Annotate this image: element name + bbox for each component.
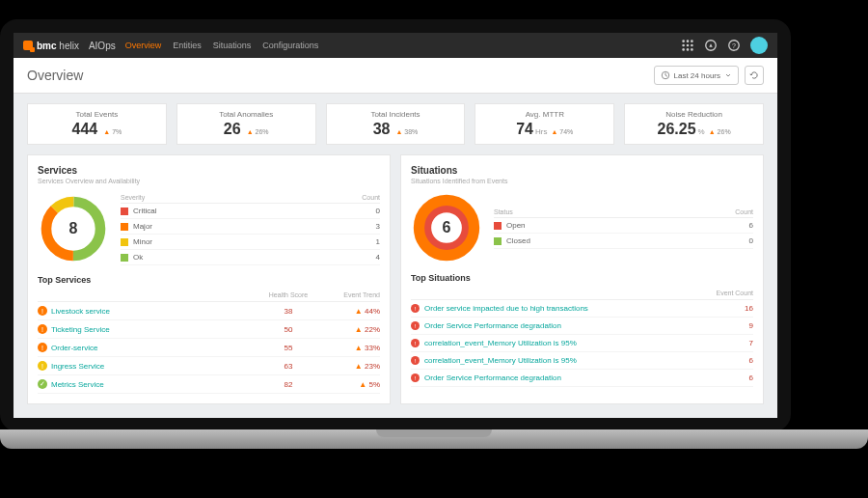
alert-icon: ! bbox=[411, 321, 420, 330]
situations-legend: StatusCount Open6Closed0 bbox=[494, 207, 753, 249]
alert-icon: ! bbox=[411, 339, 420, 347]
status-icon: ! bbox=[38, 343, 47, 352]
legend-row: Open6 bbox=[494, 218, 753, 234]
svg-point-5 bbox=[691, 44, 693, 47]
kpi-label: Total Events bbox=[32, 110, 162, 119]
alert-icon: ! bbox=[411, 374, 420, 382]
kpi-label: Total Incidents bbox=[331, 110, 461, 119]
svg-point-2 bbox=[691, 40, 693, 42]
nav-tabs: OverviewEntitiesSituationsConfigurations bbox=[125, 41, 319, 50]
brand-logo: bmc helix bbox=[23, 41, 79, 51]
nav-tab-situations[interactable]: Situations bbox=[213, 41, 252, 50]
kpi-value: 74 bbox=[516, 121, 533, 138]
kpi-label: Noise Reduction bbox=[629, 110, 759, 119]
page-title: Overview bbox=[27, 68, 83, 83]
user-avatar[interactable] bbox=[750, 37, 768, 54]
svg-point-0 bbox=[682, 40, 685, 42]
situations-subtitle: Situations Identified from Events bbox=[411, 178, 753, 184]
kpi-value: 38 bbox=[373, 121, 391, 138]
refresh-button[interactable] bbox=[745, 66, 764, 85]
legend-row: Closed0 bbox=[494, 234, 753, 249]
brand-text-1: bmc bbox=[37, 41, 57, 51]
legend-row: Critical0 bbox=[121, 204, 380, 219]
laptop-frame-base bbox=[0, 429, 868, 449]
nav-tab-entities[interactable]: Entities bbox=[173, 41, 202, 50]
kpi-card: Total Anomalies 26▲ 26% bbox=[176, 103, 316, 145]
svg-point-4 bbox=[687, 44, 690, 47]
services-subtitle: Services Overview and Availability bbox=[38, 178, 380, 184]
brand-text-2: helix bbox=[59, 41, 79, 51]
situations-donut-value: 6 bbox=[411, 192, 482, 263]
kpi-card: Total Events 444▲ 7% bbox=[27, 103, 167, 145]
kpi-delta: ▲ 26% bbox=[709, 128, 731, 135]
kpi-row: Total Events 444▲ 7%Total Anomalies 26▲ … bbox=[14, 94, 777, 154]
kpi-value: 26.25 bbox=[658, 121, 696, 138]
service-row[interactable]: !Ticketing Service50▲ 22% bbox=[38, 320, 380, 339]
situation-row[interactable]: !Order service impacted due to high tran… bbox=[411, 300, 753, 318]
kpi-card: Avg. MTTR 74Hrs▲ 74% bbox=[475, 103, 614, 145]
status-icon: ! bbox=[38, 306, 47, 316]
situation-row[interactable]: !Order Service Performance degradation9 bbox=[411, 318, 753, 335]
services-legend: SeverityCount Critical0Major3Minor1Ok4 bbox=[121, 192, 380, 265]
page-header: Overview Last 24 hours bbox=[14, 58, 777, 94]
status-icon: ! bbox=[38, 324, 47, 334]
svg-point-1 bbox=[687, 40, 690, 42]
kpi-card: Noise Reduction 26.25%▲ 26% bbox=[624, 103, 764, 145]
refresh-icon bbox=[749, 70, 759, 80]
top-services-title: Top Services bbox=[38, 275, 380, 285]
time-range-picker[interactable]: Last 24 hours bbox=[654, 66, 739, 85]
kpi-delta: ▲ 38% bbox=[395, 128, 418, 135]
apps-icon[interactable] bbox=[681, 39, 694, 52]
situation-row[interactable]: !correlation_event_Memory Utilization is… bbox=[411, 352, 753, 370]
services-title: Services bbox=[38, 165, 380, 176]
service-row[interactable]: !Ingress Service63▲ 23% bbox=[38, 357, 380, 375]
status-icon: ✓ bbox=[38, 379, 47, 389]
chevron-down-icon bbox=[724, 71, 732, 79]
top-navbar: bmc helix AIOps OverviewEntitiesSituatio… bbox=[14, 33, 777, 58]
legend-row: Ok4 bbox=[121, 250, 380, 265]
kpi-card: Total Incidents 38▲ 38% bbox=[326, 103, 466, 145]
status-icon: ! bbox=[38, 361, 47, 371]
situations-panel: Situations Situations Identified from Ev… bbox=[400, 154, 764, 404]
situations-donut: 6 bbox=[411, 192, 482, 263]
kpi-label: Avg. MTTR bbox=[479, 110, 610, 119]
time-range-label: Last 24 hours bbox=[674, 71, 720, 80]
kpi-value: 26 bbox=[224, 121, 241, 138]
situation-row[interactable]: !correlation_event_Memory Utilization is… bbox=[411, 335, 753, 352]
nav-tab-configurations[interactable]: Configurations bbox=[262, 41, 318, 50]
legend-row: Minor1 bbox=[121, 235, 380, 250]
kpi-value: 444 bbox=[72, 121, 98, 138]
situation-row[interactable]: !Order Service Performance degradation6 bbox=[411, 370, 753, 387]
kpi-delta: ▲ 7% bbox=[103, 128, 122, 135]
services-donut: 8 bbox=[38, 193, 109, 264]
svg-point-8 bbox=[691, 48, 693, 51]
alert-icon: ! bbox=[411, 304, 420, 313]
situations-title: Situations bbox=[411, 165, 753, 176]
service-row[interactable]: ✓Metrics Service82▲ 5% bbox=[38, 375, 380, 394]
svg-text:?: ? bbox=[732, 42, 736, 49]
svg-point-3 bbox=[682, 44, 685, 47]
services-donut-value: 8 bbox=[38, 193, 109, 264]
nav-tab-overview[interactable]: Overview bbox=[125, 41, 162, 50]
svg-point-7 bbox=[687, 48, 690, 51]
svg-point-6 bbox=[682, 48, 685, 51]
service-row[interactable]: !Livestock service38▲ 44% bbox=[38, 302, 380, 320]
service-row[interactable]: !Order-service55▲ 33% bbox=[38, 339, 380, 357]
kpi-delta: ▲ 26% bbox=[247, 128, 269, 135]
top-situations-title: Top Situations bbox=[411, 273, 753, 283]
kpi-delta: ▲ 74% bbox=[551, 128, 573, 135]
services-panel: Services Services Overview and Availabil… bbox=[27, 154, 391, 404]
kpi-label: Total Anomalies bbox=[181, 110, 312, 119]
clock-icon bbox=[661, 70, 670, 80]
help-icon[interactable]: ? bbox=[727, 39, 741, 52]
legend-row: Major3 bbox=[121, 219, 380, 235]
app-name: AIOps bbox=[89, 41, 116, 51]
alert-icon: ! bbox=[411, 356, 420, 365]
compass-icon[interactable] bbox=[704, 39, 718, 52]
